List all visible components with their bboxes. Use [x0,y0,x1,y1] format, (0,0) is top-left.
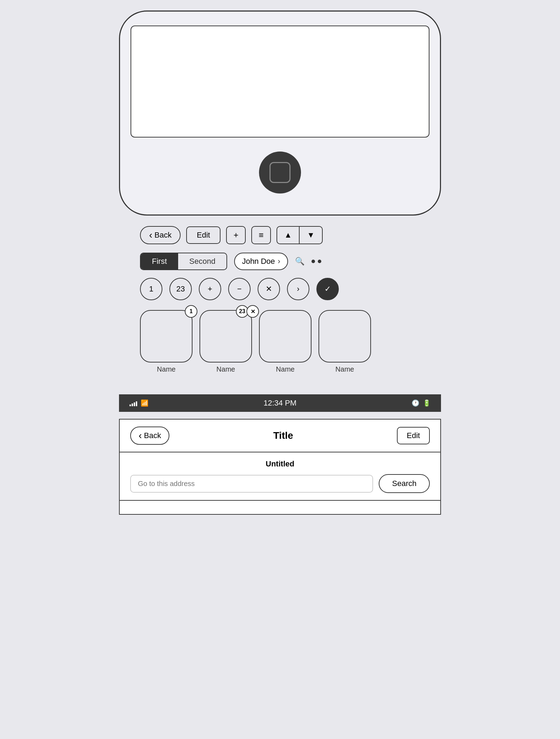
app-icon-4[interactable] [318,310,371,363]
circle-minus-button[interactable]: − [228,278,251,300]
nav-bar: Back Title Edit [119,419,441,452]
circle-chevron-button[interactable]: › [287,278,309,300]
app-icon-wrapper-4: Name [318,310,371,373]
menu-button[interactable]: ≡ [251,226,271,244]
segmented-row: First Second John Doe › 🔍 [140,253,420,270]
circle-check-button[interactable]: ✓ [316,278,339,300]
address-row: Search [130,474,430,493]
up-button[interactable]: ▲ [277,227,300,244]
app-icon-1[interactable] [140,310,192,363]
nav-edit-button[interactable]: Edit [397,427,430,444]
nav-field[interactable]: John Doe › [234,253,288,270]
app-icon-label-3: Name [276,365,294,373]
section-title: Untitled [130,459,430,469]
bar-3 [134,402,135,406]
bar-1 [130,404,131,406]
wifi-icon: 📶 [141,399,148,407]
nav-back-button[interactable]: Back [130,427,169,445]
controls-area: Back Edit + ≡ ▲ ▼ First Second John Doe … [119,216,441,394]
dot-2 [318,260,321,263]
segment-first[interactable]: First [141,253,178,269]
bottom-partial [119,501,441,515]
add-button[interactable]: + [226,226,246,244]
up-down-split: ▲ ▼ [276,226,323,244]
bar-4 [136,401,137,406]
circle-icon-row: 1 23 + − ✕ › ✓ [140,278,420,300]
content-section: Untitled Search [119,452,441,501]
circle-1-button[interactable]: 1 [140,278,162,300]
badge-1: 1 [185,305,197,318]
app-icon-row: 1 Name 23 ✕ Name Name Name [140,310,420,373]
home-button-inner [270,162,290,183]
down-button[interactable]: ▼ [300,227,322,244]
back-button[interactable]: Back [140,226,181,244]
status-time: 12:34 PM [264,399,296,408]
app-icon-wrapper-2: 23 ✕ Name [200,310,252,373]
search-button[interactable]: Search [379,474,430,493]
dot-group [312,260,321,263]
address-input[interactable] [130,475,373,493]
nav-title: Title [273,430,293,441]
app-icon-label-1: Name [157,365,175,373]
status-right: 🕐 🔋 [412,399,430,407]
toolbar-row: Back Edit + ≡ ▲ ▼ [140,226,420,244]
dot-1 [312,260,315,263]
nav-field-chevron: › [278,257,280,266]
bar-2 [132,403,133,406]
phone-shell [119,10,441,216]
segmented-control: First Second [140,253,227,270]
home-button[interactable] [259,152,301,193]
app-icon-label-2: Name [216,365,235,373]
search-icon[interactable]: 🔍 [295,257,304,266]
nav-field-name: John Doe [242,257,275,266]
signal-bars [130,400,137,406]
app-icon-2[interactable] [200,310,252,363]
segment-second[interactable]: Second [178,253,227,269]
app-icon-label-4: Name [335,365,354,373]
app-icon-3[interactable] [259,310,312,363]
status-bar: 📶 12:34 PM 🕐 🔋 [119,394,441,412]
circle-23-button[interactable]: 23 [169,278,192,300]
circle-plus-button[interactable]: + [199,278,221,300]
clock-icon: 🕐 [412,399,419,407]
badge-x-2: ✕ [246,305,259,318]
phone-screen [131,26,429,138]
app-icon-wrapper-3: Name [259,310,312,373]
battery-icon: 🔋 [423,399,430,407]
status-left: 📶 [130,399,148,407]
edit-button[interactable]: Edit [186,226,220,244]
app-icon-wrapper-1: 1 Name [140,310,192,373]
circle-x-button[interactable]: ✕ [258,278,280,300]
